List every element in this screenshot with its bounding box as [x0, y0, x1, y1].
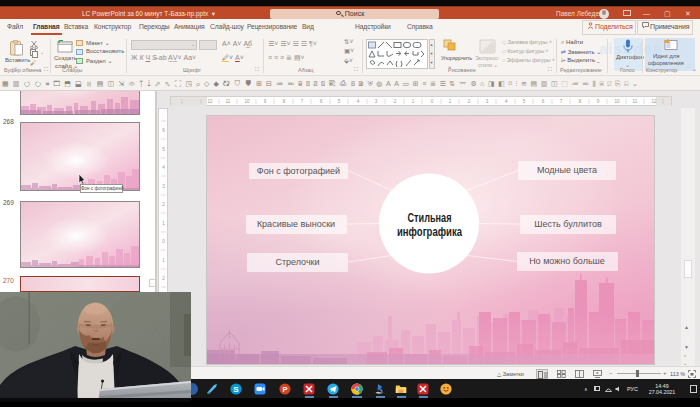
svg-text:Стильная: Стильная	[408, 210, 452, 225]
svg-text:3: 3	[162, 184, 165, 189]
svg-text:9: 9	[597, 99, 600, 104]
svg-text:8: 8	[579, 99, 582, 104]
svg-text:2: 2	[162, 276, 165, 281]
svg-text:3: 3	[375, 99, 378, 104]
svg-text:11: 11	[633, 99, 638, 104]
svg-text:5: 5	[523, 99, 526, 104]
svg-text:1: 1	[162, 221, 165, 226]
svg-text:6: 6	[542, 99, 545, 104]
svg-text:0: 0	[431, 99, 434, 104]
svg-text:4: 4	[357, 99, 360, 104]
svg-text:5: 5	[162, 147, 165, 152]
svg-text:0: 0	[162, 239, 165, 244]
svg-text:11: 11	[226, 99, 231, 104]
svg-text:10: 10	[244, 99, 250, 104]
svg-text:4: 4	[162, 165, 165, 170]
svg-text:6: 6	[162, 128, 165, 133]
svg-text:7: 7	[560, 99, 563, 104]
svg-text:5: 5	[338, 99, 341, 104]
svg-text:S: S	[233, 384, 239, 393]
svg-text:12: 12	[651, 99, 657, 104]
svg-text:P: P	[282, 384, 287, 393]
svg-text:2: 2	[162, 202, 165, 207]
svg-text:1: 1	[412, 99, 415, 104]
svg-text:7: 7	[301, 99, 304, 104]
svg-text:1: 1	[162, 258, 165, 263]
svg-text:2: 2	[468, 99, 471, 104]
svg-text:12: 12	[207, 99, 213, 104]
svg-text:9: 9	[264, 99, 267, 104]
svg-text:4: 4	[505, 99, 508, 104]
svg-text:8: 8	[283, 99, 286, 104]
svg-text:инфографика: инфографика	[397, 224, 462, 239]
svg-text:2: 2	[394, 99, 397, 104]
svg-text:1: 1	[449, 99, 452, 104]
svg-text:10: 10	[614, 99, 620, 104]
svg-text:6: 6	[320, 99, 323, 104]
svg-text:3: 3	[486, 99, 489, 104]
